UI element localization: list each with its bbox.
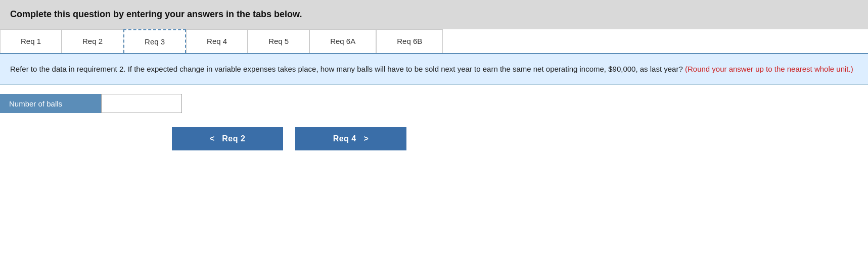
nav-buttons: < Req 2 Req 4 >: [0, 122, 868, 163]
tab-req4[interactable]: Req 4: [186, 29, 248, 53]
tab-req2[interactable]: Req 2: [62, 29, 123, 53]
tab-req1[interactable]: Req 1: [0, 29, 62, 53]
answer-label: Number of balls: [0, 94, 101, 113]
question-area: Refer to the data in requirement 2. If t…: [0, 54, 868, 85]
page-instruction: Complete this question by entering your …: [10, 9, 858, 20]
header-bar: Complete this question by entering your …: [0, 0, 868, 29]
next-req-button[interactable]: Req 4 >: [295, 127, 406, 150]
question-highlight: (Round your answer up to the nearest who…: [683, 65, 853, 73]
prev-req-button[interactable]: < Req 2: [172, 127, 283, 150]
tab-req3[interactable]: Req 3: [123, 29, 186, 53]
tabs-container: Req 1 Req 2 Req 3 Req 4 Req 5 Req 6A Req…: [0, 29, 868, 54]
tab-req6a[interactable]: Req 6A: [309, 29, 376, 53]
tab-req5[interactable]: Req 5: [248, 29, 309, 53]
tab-req6b[interactable]: Req 6B: [376, 29, 443, 53]
number-of-balls-input[interactable]: [101, 94, 182, 113]
answer-row: Number of balls: [0, 85, 868, 122]
question-text: Refer to the data in requirement 2. If t…: [10, 65, 683, 73]
